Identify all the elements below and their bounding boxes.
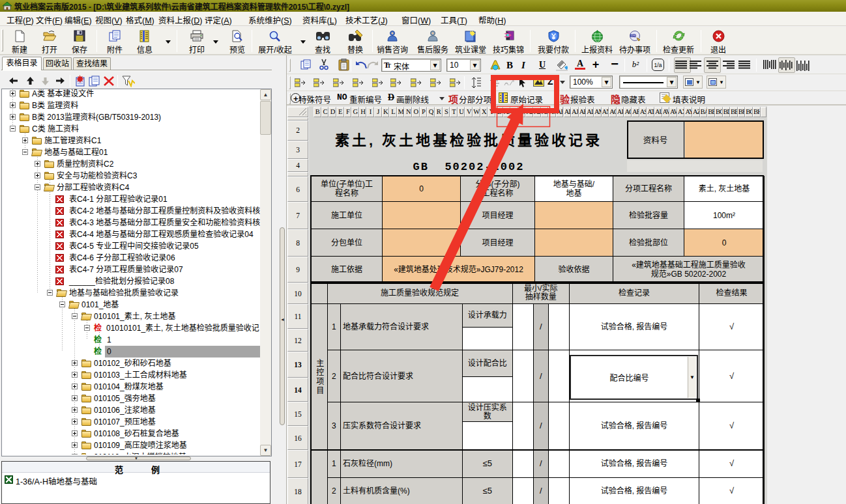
svg-text:DVD: DVD (631, 34, 637, 37)
